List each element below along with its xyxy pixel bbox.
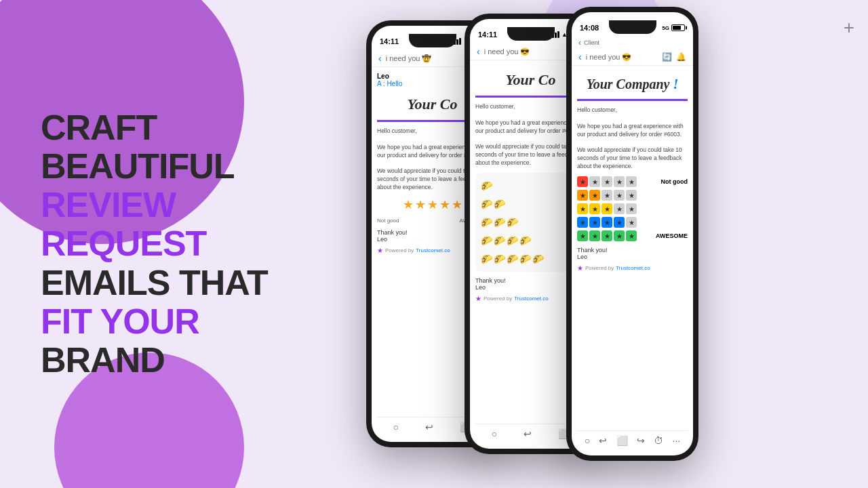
battery-icon-3 [671,24,685,31]
taco-4-1: 🌮 [481,235,492,246]
phone-notch-3 [609,20,656,34]
star-grid-3: ★ ★ ★ ★ ★ [577,203,637,214]
star-grid-2: ★ ★ ★ ★ ★ [577,190,637,201]
star-box-1-4: ★ [614,176,625,187]
client-label-3: Client [584,39,599,46]
rating-row-5[interactable]: ★ ★ ★ ★ ★ AWESOME [577,230,688,241]
headline-line3: EMAILS THAT [41,264,292,302]
back-nav-icon-2[interactable]: ↩ [524,428,532,439]
taco-4-4: 🌮 [519,235,531,246]
taco-2-1: 🌮 [481,199,492,209]
powered-text-2: Powered by [484,296,512,302]
star-box-1-3: ★ [601,176,612,187]
star-box-3-1: ★ [577,203,588,214]
star-box-5-2: ★ [589,230,600,241]
right-panel: + 14:11 ▲ ‹ i need you 🤠 [326,0,868,488]
client-bar-3: ‹ Client [572,37,693,49]
time-3: 14:08 [580,24,599,32]
star-box-2-5: ★ [626,190,637,201]
home-icon-2[interactable]: ○ [492,428,497,439]
taco-5-5: 🌮 [532,253,544,264]
star-box-4-2: ★ [589,217,600,228]
left-panel: CRAFT BEAUTIFUL REVIEW REQUEST EMAILS TH… [0,0,326,488]
nav-icons-3: 🔄 🔔 [662,52,686,62]
phone-notch-2 [507,27,555,41]
powered-link-1[interactable]: Trustcomet.co [416,247,450,253]
email-subject-3: i need you 😎 [586,53,658,62]
tabs-icon-3[interactable]: ⬜ [616,435,628,446]
rating-label-5: AWESOME [656,232,688,239]
powered-text-3: Powered by [585,265,614,271]
powered-star-3: ★ [577,264,583,272]
time-2: 14:11 [478,30,497,39]
headline-line2: REVIEW REQUEST [41,186,292,263]
star-grid-5: ★ ★ ★ ★ ★ [577,230,637,241]
star-box-1-2: ★ [589,176,600,187]
label-not-good-1: Not good [377,218,399,224]
rating-row-1[interactable]: ★ ★ ★ ★ ★ Not good [577,176,688,187]
star-box-5-1: ★ [577,230,588,241]
headline-line5: BRAND [41,341,292,380]
back-arrow-2[interactable]: ‹ [477,46,480,57]
email-body-3: Hello customer, We hope you had a great … [577,106,688,171]
star-5[interactable]: ★ [452,197,462,212]
back-arrow-3-top[interactable]: ‹ [578,38,581,47]
taco-3-1: 🌮 [481,217,492,228]
headline-line1: CRAFT BEAUTIFUL [41,108,292,186]
powered-link-3[interactable]: Trustcomet.co [616,265,650,271]
taco-3-2: 🌮 [494,217,505,228]
email-nav-3: ‹ i need you 😎 🔄 🔔 [572,49,693,66]
star-box-4-5: ★ [626,217,637,228]
thank-you-3: Thank you!Leo [577,247,688,260]
powered-star-1: ★ [377,247,383,254]
back-arrow-1[interactable]: ‹ [378,53,382,64]
email-content-3: Your Company ! Hello customer, We hope y… [572,66,693,455]
taco-1-1: 🌮 [481,180,492,191]
headline: CRAFT BEAUTIFUL REVIEW REQUEST EMAILS TH… [41,108,292,380]
bell-icon-3[interactable]: 🔔 [676,52,686,62]
star-box-3-5: ★ [626,203,637,214]
more-icon-3[interactable]: ··· [673,435,681,446]
phone-3: 14:08 5G ‹ Client ‹ i need you 😎 🔄 🔔 [566,7,698,461]
back-nav-icon-1[interactable]: ↩ [425,422,433,432]
back-nav-icon-3[interactable]: ↩ [599,435,607,446]
star-box-4-3: ★ [601,217,612,228]
powered-by-3: ★ Powered by Trustcomet.co [577,264,688,272]
star-box-2-4: ★ [614,190,625,201]
star-box-3-4: ★ [614,203,625,214]
headline-line4: FIT YOUR [41,302,292,341]
star-box-1-1: ★ [577,176,588,187]
time-1: 14:11 [380,37,399,45]
rating-row-3[interactable]: ★ ★ ★ ★ ★ [577,203,688,214]
clock-icon-3[interactable]: ⏱ [654,435,663,446]
star-box-5-3: ★ [601,230,612,241]
refresh-icon-3[interactable]: 🔄 [662,52,672,62]
star-1[interactable]: ★ [403,197,414,212]
powered-link-2[interactable]: Trustcomet.co [514,296,548,302]
star-4[interactable]: ★ [439,197,450,212]
star-box-4-4: ★ [614,217,625,228]
home-icon-3[interactable]: ○ [585,435,590,446]
taco-4-3: 🌮 [507,235,518,246]
home-icon-1[interactable]: ○ [393,422,399,432]
star-box-3-2: ★ [589,203,600,214]
taco-5-2: 🌮 [494,253,505,264]
taco-5-4: 🌮 [519,253,531,264]
star-box-2-1: ★ [577,190,588,201]
taco-2-2: 🌮 [494,199,505,209]
star-box-4-1: ★ [577,217,588,228]
forward-icon-3[interactable]: ↪ [637,435,645,446]
star-2[interactable]: ★ [415,197,426,212]
phone-notch-1 [409,34,456,47]
back-arrow-3[interactable]: ‹ [578,52,582,62]
star-box-2-2: ★ [589,190,600,201]
star-box-3-3: ★ [601,203,612,214]
star-grid-4: ★ ★ ★ ★ ★ [577,217,637,228]
rating-grid-3: ★ ★ ★ ★ ★ Not good ★ ★ ★ [577,176,688,241]
star-box-1-5: ★ [626,176,637,187]
star-3[interactable]: ★ [427,197,438,212]
rating-label-1: Not good [661,178,688,185]
rating-row-2[interactable]: ★ ★ ★ ★ ★ [577,190,688,201]
rating-row-4[interactable]: ★ ★ ★ ★ ★ [577,217,688,228]
status-icons-3: 5G [662,24,685,31]
